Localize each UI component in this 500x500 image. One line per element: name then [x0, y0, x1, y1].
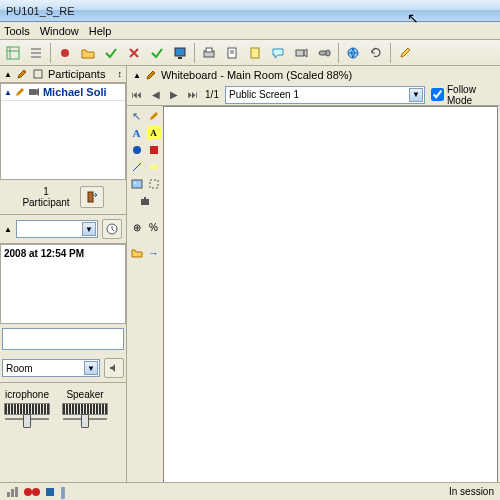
participants-list: ▲ Michael Soli [0, 83, 126, 180]
last-page-button[interactable]: ⏭ [187, 88, 200, 102]
image-tool-icon[interactable] [130, 177, 144, 191]
chevron-down-icon: ▼ [84, 361, 98, 375]
toolbar-btn-refresh-icon[interactable] [365, 42, 387, 64]
toolbar-btn-doc-icon[interactable] [221, 42, 243, 64]
speaker-icon [108, 362, 120, 374]
toolbar-separator [338, 43, 339, 63]
status-text: In session [449, 486, 494, 497]
toolbar-btn-record-icon[interactable] [54, 42, 76, 64]
toolbar-separator [390, 43, 391, 63]
door-icon [85, 190, 99, 204]
chat-filter-dropdown[interactable]: ▼ [16, 220, 98, 238]
circle-tool-icon[interactable] [130, 143, 144, 157]
next-page-button[interactable]: ▶ [168, 88, 181, 102]
pencil-icon [15, 87, 25, 97]
svg-rect-30 [150, 180, 158, 188]
connection-icon [6, 486, 20, 498]
camera-tool-icon[interactable] [138, 194, 152, 208]
square-tool-icon[interactable] [147, 143, 161, 157]
toolbar-separator [50, 43, 51, 63]
folder-tool-icon[interactable] [130, 246, 144, 260]
door-button[interactable] [80, 186, 104, 208]
first-page-button[interactable]: ⏮ [131, 88, 144, 102]
fill-text-tool-icon[interactable]: A [147, 126, 161, 140]
mic-slider[interactable] [5, 418, 49, 420]
menu-bar: Tools Window Help [0, 22, 500, 40]
pointer-tool-icon[interactable]: ↖ [130, 109, 144, 123]
toolbar-btn-check-icon[interactable] [100, 42, 122, 64]
toolbar-btn-layout-icon[interactable] [2, 42, 24, 64]
svg-rect-31 [141, 199, 149, 205]
square-icon [32, 68, 44, 80]
whiteboard-canvas[interactable] [163, 106, 498, 498]
pencil-icon [16, 68, 28, 80]
room-value: Room [6, 363, 33, 374]
participants-header[interactable]: ▲ Participants ↕ [0, 66, 126, 83]
zoom-out-icon[interactable]: % [147, 220, 161, 234]
svg-point-6 [61, 49, 69, 57]
page-number: 1/1 [205, 89, 219, 100]
toolbar-btn-telescope-icon[interactable] [313, 42, 335, 64]
timestamp-button[interactable] [102, 219, 122, 239]
whiteboard-body: ↖ A A [127, 106, 500, 500]
svg-rect-27 [150, 165, 158, 169]
collapse-arrow-icon: ▲ [4, 225, 12, 234]
pause-icon[interactable]: ‖ [60, 485, 66, 499]
send-button[interactable] [104, 358, 124, 378]
speaker-slider[interactable] [63, 418, 107, 420]
line-tool-icon[interactable] [130, 160, 144, 174]
svg-point-37 [32, 488, 40, 496]
screen-dropdown[interactable]: Public Screen 1 ▼ [225, 86, 425, 104]
toolbar-btn-chat-icon[interactable] [267, 42, 289, 64]
clip-tool-icon[interactable] [147, 177, 161, 191]
svg-rect-21 [29, 89, 36, 95]
microphone-control: icrophone [4, 389, 50, 420]
toolbar-btn-folder-icon[interactable] [77, 42, 99, 64]
pencil-icon [145, 69, 157, 81]
collapse-arrow-icon: ▲ [4, 70, 12, 79]
chevron-down-icon: ▼ [409, 88, 423, 102]
whiteboard-nav: ⏮ ◀ ▶ ⏭ 1/1 Public Screen 1 ▼ Follow Mod… [127, 84, 500, 106]
toolbar-btn-monitor-icon[interactable] [169, 42, 191, 64]
svg-rect-8 [178, 57, 182, 59]
svg-rect-20 [34, 70, 42, 78]
svg-rect-22 [88, 192, 93, 202]
pen-tool-icon[interactable] [147, 109, 161, 123]
chat-timestamp: 2008 at 12:54 PM [4, 248, 122, 259]
title-bar: PU101_S_RE ↖ [0, 0, 500, 22]
participant-row[interactable]: ▲ Michael Soli [1, 84, 125, 101]
prev-page-button[interactable]: ◀ [150, 88, 163, 102]
whiteboard-title: Whiteboard - Main Room (Scaled 88%) [161, 69, 352, 81]
zoom-in-icon[interactable]: ⊕ [130, 220, 144, 234]
svg-rect-14 [251, 48, 259, 58]
toolbar-separator [194, 43, 195, 63]
speaker-label: Speaker [66, 389, 103, 400]
whiteboard-title-row: ▲ Whiteboard - Main Room (Scaled 88%) [127, 66, 500, 84]
menu-help[interactable]: Help [89, 25, 112, 37]
highlight-tool-icon[interactable] [147, 160, 161, 174]
room-dropdown[interactable]: Room ▼ [2, 359, 100, 377]
sort-icon[interactable]: ↕ [118, 69, 123, 79]
participant-name: Michael Soli [43, 86, 107, 98]
follow-mode-toggle[interactable]: Follow Mode [431, 84, 496, 106]
toolbar-btn-note-icon[interactable] [244, 42, 266, 64]
svg-rect-38 [46, 488, 54, 496]
text-tool-icon[interactable]: A [130, 126, 144, 140]
arrow-tool-icon[interactable]: → [147, 246, 161, 260]
toolbar-btn-list-icon[interactable] [25, 42, 47, 64]
whiteboard-panel: ▲ Whiteboard - Main Room (Scaled 88%) ⏮ … [127, 66, 500, 500]
toolbar-btn-x-icon[interactable] [123, 42, 145, 64]
status-left-icons: ‖ [6, 485, 66, 499]
toolbar-btn-globe-icon[interactable] [342, 42, 364, 64]
toolbar-btn-print-icon[interactable] [198, 42, 220, 64]
toolbar-btn-edit-icon[interactable] [394, 42, 416, 64]
toolbar-btn-camera-icon[interactable] [290, 42, 312, 64]
toolbar-btn-check2-icon[interactable] [146, 42, 168, 64]
follow-checkbox[interactable] [431, 88, 444, 101]
chat-input[interactable] [2, 328, 124, 350]
svg-rect-33 [7, 492, 10, 497]
audio-controls: icrophone Speaker [0, 383, 126, 426]
svg-rect-35 [15, 487, 18, 497]
menu-window[interactable]: Window [40, 25, 79, 37]
menu-tools[interactable]: Tools [4, 25, 30, 37]
